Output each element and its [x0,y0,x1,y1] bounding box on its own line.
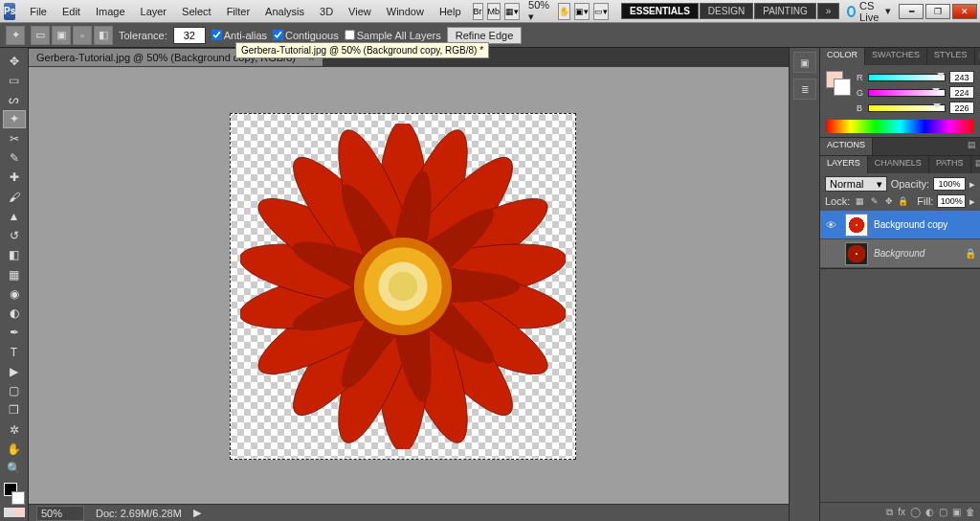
view-extras-icon[interactable]: ▦▾ [504,3,520,20]
statusbar-zoom[interactable]: 50% [36,506,84,521]
arrange-docs-icon[interactable]: ▣▾ [574,3,590,20]
panel-menu-icon[interactable]: ▤ [975,48,980,65]
color-swatch-pair[interactable] [826,71,851,96]
slider-r[interactable]: R 243 [857,71,974,83]
marquee-tool[interactable]: ▭ [3,71,26,89]
maximize-button[interactable]: ❐ [925,4,950,19]
delete-layer-icon[interactable]: 🗑 [966,507,975,517]
gradient-tool[interactable]: ▦ [3,265,26,283]
tab-channels[interactable]: CHANNELS [868,156,929,173]
path-selection-tool[interactable]: ▶ [3,362,26,380]
slider-g[interactable]: G 224 [857,86,974,99]
tab-swatches[interactable]: SWATCHES [865,48,927,65]
dodge-tool[interactable]: ◐ [3,305,26,323]
clone-stamp-tool[interactable]: ▲ [3,207,26,225]
eraser-tool[interactable]: ◧ [3,246,26,264]
lock-all-icon[interactable]: 🔒 [897,195,909,208]
link-layers-icon[interactable]: ⧉ [886,507,893,518]
3d-camera-tool[interactable]: ✲ [3,420,26,439]
document-canvas[interactable] [230,113,576,460]
tab-styles[interactable]: STYLES [927,48,975,65]
minibridge-icon[interactable]: Mb [487,3,501,20]
opacity-input[interactable]: 100% [933,177,966,191]
workspace-more[interactable]: » [817,3,840,19]
color-swatch[interactable] [4,483,25,505]
visibility-icon[interactable]: 👁 [820,219,841,231]
menu-analysis[interactable]: Analysis [258,3,311,20]
contiguous-checkbox[interactable]: Contiguous [273,30,339,41]
layer-thumbnail[interactable] [845,214,868,237]
minimize-button[interactable]: ━ [899,4,924,19]
workspace-essentials[interactable]: ESSENTIALS [621,3,699,19]
blur-tool[interactable]: ◉ [3,284,26,303]
minibridge-panel-icon[interactable]: ▣ [793,52,816,73]
layer-name[interactable]: Background [872,248,965,259]
lock-transparency-icon[interactable]: ▦ [854,195,866,208]
close-button[interactable]: ✕ [952,4,977,19]
menu-image[interactable]: Image [89,3,132,20]
healing-brush-tool[interactable]: ✚ [3,169,26,187]
history-brush-tool[interactable]: ↺ [3,226,26,244]
menu-filter[interactable]: Filter [220,3,256,20]
blend-mode-select[interactable]: Normal▾ [825,176,887,192]
fill-input[interactable]: 100% [937,194,966,208]
brush-tool[interactable]: 🖌 [3,188,26,206]
type-tool[interactable]: T [3,343,26,361]
history-panel-icon[interactable]: ≣ [793,79,816,100]
menu-help[interactable]: Help [433,3,468,20]
layer-mask-icon[interactable]: ◯ [910,507,921,517]
layer-thumbnail[interactable] [845,242,868,265]
panel-menu-icon[interactable]: ▤ [964,138,980,155]
sample-all-layers-checkbox[interactable]: Sample All Layers [345,30,441,41]
lasso-tool[interactable]: ᔕ [3,91,26,109]
3d-tool[interactable]: ❐ [3,401,26,419]
move-tool[interactable]: ✥ [3,52,26,70]
layer-style-icon[interactable]: fx [898,507,905,517]
color-spectrum[interactable] [826,120,974,133]
menu-select[interactable]: Select [175,3,218,20]
tool-preset-icon[interactable]: ✦ [6,26,25,45]
hand-tool[interactable]: ✋ [3,440,26,458]
zoom-tool[interactable]: 🔍 [3,460,26,478]
workspace-design[interactable]: DESIGN [700,3,753,19]
crop-tool[interactable]: ✂ [3,129,26,147]
group-icon[interactable]: ▢ [939,507,947,517]
hand-icon[interactable]: ✋ [558,3,570,20]
menu-file[interactable]: File [23,3,54,20]
workspace-painting[interactable]: PAINTING [754,3,815,19]
background-color[interactable] [11,491,25,505]
new-selection-icon[interactable]: ▭ [31,26,50,45]
shape-tool[interactable]: ▢ [3,382,26,400]
panel-menu-icon[interactable]: ▤ [971,156,980,173]
intersect-selection-icon[interactable]: ◧ [94,26,113,45]
cslive-button[interactable]: CS Live▾ [847,0,891,23]
add-selection-icon[interactable]: ▣ [52,26,71,45]
canvas-area[interactable] [29,67,789,504]
menu-layer[interactable]: Layer [134,3,174,20]
lock-position-icon[interactable]: ✥ [882,195,895,208]
eyedropper-tool[interactable]: ✎ [3,148,26,167]
new-layer-icon[interactable]: ▣ [952,507,961,517]
menu-edit[interactable]: Edit [56,3,87,20]
tab-actions[interactable]: ACTIONS [820,138,873,155]
quick-mask-toggle[interactable] [4,508,25,517]
layer-name[interactable]: Background copy [872,219,980,230]
menu-window[interactable]: Window [380,3,431,20]
screen-mode-icon[interactable]: ▭▾ [593,3,609,20]
menu-3d[interactable]: 3D [313,3,340,20]
pen-tool[interactable]: ✒ [3,324,26,342]
tolerance-input[interactable]: 32 [173,27,206,44]
zoom-dropdown[interactable]: 50% ▾ [528,0,549,23]
layer-row[interactable]: 👁 Background copy [820,211,980,239]
magic-wand-tool[interactable]: ✦ [3,110,26,128]
tab-layers[interactable]: LAYERS [820,156,868,173]
lock-pixels-icon[interactable]: ✎ [868,195,880,208]
menu-view[interactable]: View [342,3,378,20]
tab-color[interactable]: COLOR [820,48,865,65]
antialias-checkbox[interactable]: Anti-alias [212,30,267,41]
slider-b[interactable]: B 226 [857,102,974,114]
bridge-icon[interactable]: Br [473,3,483,20]
subtract-selection-icon[interactable]: ▫ [73,26,92,45]
adjustment-layer-icon[interactable]: ◐ [925,507,934,517]
refine-edge-button[interactable]: Refine Edge [447,27,523,44]
